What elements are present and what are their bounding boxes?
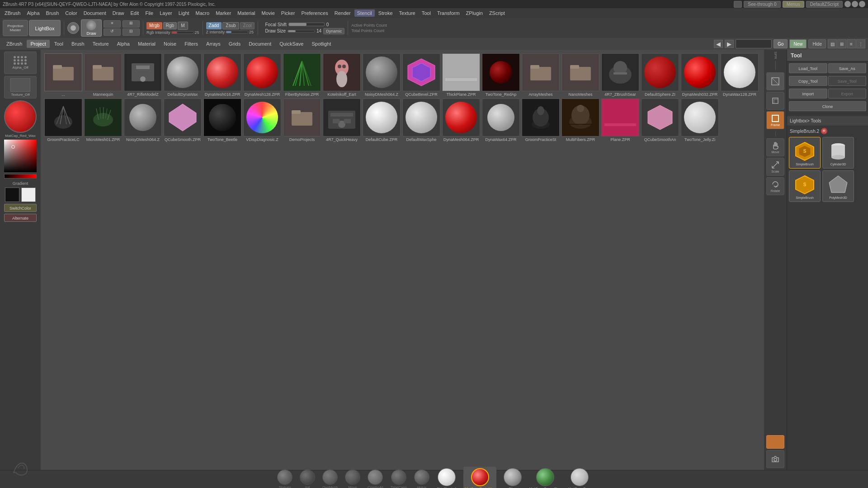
menu-item-movie[interactable]: Movie <box>259 9 277 17</box>
nav-quicksave[interactable]: QuickSave <box>276 40 307 48</box>
nav-filters[interactable]: Filters <box>181 40 202 48</box>
list-item[interactable]: FiberByNoise.ZPR <box>283 53 321 97</box>
rgb-intensity-bar[interactable] <box>171 31 194 34</box>
quicksave-btn[interactable] <box>734 1 742 8</box>
copy-btn-right[interactable] <box>766 92 784 110</box>
list-item[interactable]: TwoTone_Beetle <box>203 99 241 142</box>
list-item[interactable]: 4R7_QuickHeavy <box>323 99 361 142</box>
menu-item-zplugin[interactable]: ZPlugin <box>463 9 486 17</box>
nav-project[interactable]: Project <box>27 40 49 48</box>
win-btn-1[interactable] <box>844 1 851 7</box>
go-btn[interactable]: Go <box>774 39 788 48</box>
list-item[interactable]: QCubeBevel.ZPR <box>402 53 440 97</box>
frame-btn-right[interactable]: Frame <box>766 111 784 129</box>
list-item[interactable]: DefaultDynaWax <box>164 53 202 97</box>
mat-item-timecaps[interactable]: TimeCaps <box>391 469 407 488</box>
white-color[interactable] <box>21 188 36 202</box>
menu-item-stroke[interactable]: Stroke <box>376 9 396 17</box>
list-item[interactable]: Mannequin <box>84 53 122 97</box>
menu-item-zscript[interactable]: ZScript <box>486 9 508 17</box>
see-through-btn[interactable]: See-through 0 <box>744 1 780 8</box>
list-item[interactable]: DynaMesh128.ZPR <box>243 53 281 97</box>
hide-btn[interactable]: Hide <box>808 39 826 48</box>
list-item[interactable]: DefaultCube.ZPR <box>363 99 401 142</box>
export-btn[interactable]: Export <box>828 89 867 99</box>
tool-thumb-simplebrush[interactable]: S SimpleBrush <box>789 137 821 169</box>
mat-item-matcap-red[interactable]: MatCap_Red_Wax <box>463 467 496 488</box>
alpha-thumb[interactable]: Alpha_Off <box>4 52 37 74</box>
list-item[interactable]: NoisyDMesh064.Z <box>363 53 401 97</box>
default2script-btn[interactable]: DefaultZScript <box>806 1 843 8</box>
menu-item-layer[interactable]: Layer <box>157 9 175 17</box>
load-tool-btn[interactable]: Load_Tool <box>789 63 827 73</box>
texture-thumb[interactable]: Texture_Off <box>4 76 37 99</box>
mat-item-skinshade4[interactable]: SkinShade4 <box>437 468 456 488</box>
list-item[interactable]: DynaWax128.ZPR <box>721 53 759 97</box>
save-tool-btn[interactable]: Save_Tool <box>828 76 867 86</box>
nav-texture[interactable]: Texture <box>89 40 113 48</box>
import-btn[interactable]: Import <box>789 89 827 99</box>
rgb-btn[interactable]: Rgb <box>163 22 177 29</box>
list-item[interactable]: DynaMesh016.ZPR <box>203 53 241 97</box>
mat-item-holux[interactable]: Holux <box>414 469 429 488</box>
list-item[interactable]: DemoProjects <box>283 99 321 142</box>
list-item[interactable]: TwoTone_RedAp <box>482 53 520 97</box>
extra-view-btn[interactable]: ⋮ <box>856 39 865 48</box>
mat-item-blinn[interactable]: Blinn <box>504 468 522 488</box>
rotate-btn[interactable]: Rotate <box>766 177 784 195</box>
camera-btn[interactable] <box>766 450 784 468</box>
move-tool-btn[interactable]: ≡ <box>104 20 121 28</box>
rotate-tool-btn[interactable]: ↺ <box>104 28 121 36</box>
menu-item-picker[interactable]: Picker <box>278 9 298 17</box>
menu-item-material[interactable]: Material <box>235 9 258 17</box>
nav-zbrush[interactable]: ZBrush <box>3 40 26 48</box>
list-item[interactable]: DynaMesh032.ZPR <box>681 53 719 97</box>
list-item[interactable]: Kotelnikoff_Eart <box>323 53 361 97</box>
prev-nav-btn[interactable]: ◀ <box>714 40 723 48</box>
list-item[interactable]: ArrayMeshes <box>522 53 560 97</box>
list-item[interactable]: TwoTone_Jelly.Zi <box>681 99 719 142</box>
menu-item-render[interactable]: Render <box>332 9 354 17</box>
nav-spotlight[interactable]: Spotlight <box>308 40 335 48</box>
menu-item-texture[interactable]: Texture <box>396 9 418 17</box>
orange-color-btn[interactable] <box>766 435 784 449</box>
nav-alpha[interactable]: Alpha <box>113 40 133 48</box>
list-item[interactable]: NanoMeshes <box>561 53 599 97</box>
list-item[interactable]: 4R7_ZBrushSear <box>601 53 639 97</box>
list-item[interactable]: NoisyDMesh064.Z <box>124 99 162 142</box>
save-as-btn[interactable]: Save_As <box>828 63 867 73</box>
mat-item-dynmesh[interactable]: DynMesh <box>322 469 338 488</box>
menus-btn[interactable]: Menus <box>783 1 804 8</box>
menu-item-preferences[interactable]: Preferences <box>298 9 330 17</box>
color-picker[interactable] <box>4 140 37 172</box>
menu-item-transform[interactable]: Transform <box>434 9 462 17</box>
list-item[interactable]: QCubeSmoothAn <box>641 99 679 142</box>
list-item[interactable]: DefaultWaxSphe <box>402 99 440 142</box>
new-btn[interactable]: New <box>789 39 807 48</box>
win-btn-2[interactable] <box>852 1 858 7</box>
lightbox-btn[interactable]: LightBox <box>29 20 61 36</box>
menu-item-draw[interactable]: Draw <box>110 9 127 17</box>
switch-color-btn[interactable]: SwitchColor <box>4 204 37 212</box>
frame-btn[interactable]: ⊞ <box>123 20 140 28</box>
m-btn[interactable]: M <box>178 22 188 30</box>
zcol-btn[interactable]: Zcol <box>240 22 255 29</box>
search-input[interactable] <box>736 39 772 48</box>
nav-tool[interactable]: Tool <box>51 40 67 48</box>
menu-item-marker[interactable]: Marker <box>213 9 234 17</box>
zsub-btn[interactable]: Zsub <box>222 22 239 29</box>
lightbox-tools-section[interactable]: Lightbox> Tools <box>787 116 868 126</box>
list-item[interactable]: GroomPracticeSt <box>522 99 560 142</box>
actual-size-btn[interactable] <box>766 72 784 90</box>
tool-thumb-cylinder[interactable]: Cylinder3D <box>822 137 854 169</box>
menu-item-tool[interactable]: Tool <box>419 9 434 17</box>
list-item[interactable]: ThickPlane.ZPR <box>442 53 480 97</box>
nav-brush[interactable]: Brush <box>68 40 88 48</box>
z-intensity-bar[interactable] <box>226 31 248 33</box>
focal-shift-bar[interactable] <box>288 23 325 26</box>
hand-icon-btn[interactable]: Move <box>766 138 784 156</box>
mat-item-greenclay[interactable]: MatCap_GreenClay <box>529 468 561 488</box>
dynamic-btn[interactable]: Dynamic <box>323 28 344 34</box>
list-item[interactable]: ... <box>44 53 82 97</box>
list-item[interactable]: MultiFibers.ZPR <box>561 99 599 142</box>
